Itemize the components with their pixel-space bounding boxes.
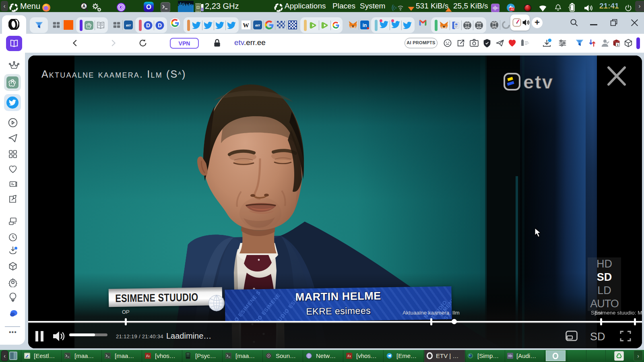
svg-text:Fz: Fz <box>146 354 150 358</box>
svg-text:etv: etv <box>523 72 553 93</box>
svg-text:O: O <box>146 3 151 11</box>
svg-text:..82: ..82 <box>510 8 514 10</box>
svg-text:A: A <box>83 4 86 8</box>
svg-text:Fz: Fz <box>347 354 351 358</box>
svg-text:1: 1 <box>617 43 619 47</box>
